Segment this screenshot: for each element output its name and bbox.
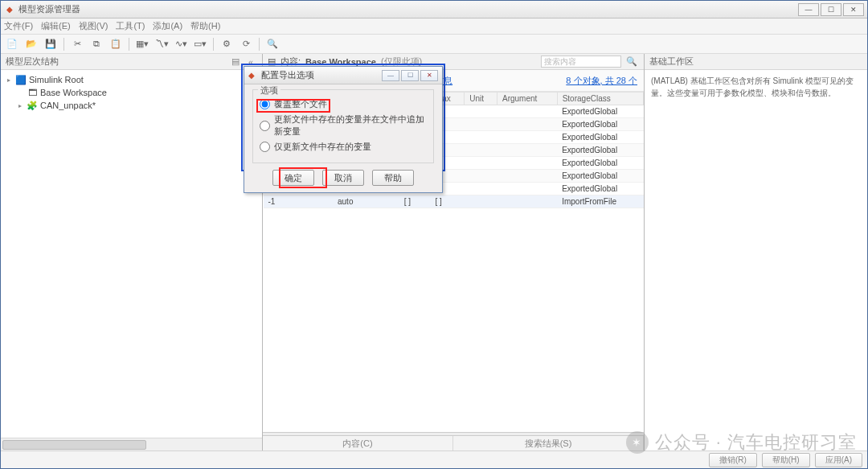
col-storageclass[interactable]: StorageClass — [557, 93, 643, 105]
tab-contents[interactable]: 内容(C) — [263, 436, 453, 450]
object-count[interactable]: 8 个对象, 共 28 个 — [566, 75, 637, 87]
options-group-label: 选项 — [258, 84, 280, 97]
tree-root-label: Simulink Root — [29, 75, 84, 84]
cancel-button[interactable]: 取消 — [322, 170, 364, 186]
search-placeholder: 搜索内容 — [544, 57, 576, 66]
new-icon[interactable]: 📄 — [4, 37, 20, 51]
dialog-titlebar: ◆ 配置导出选项 — ☐ ✕ — [244, 67, 442, 84]
window-title: 模型资源管理器 — [18, 3, 796, 15]
dialog-title: 配置导出选项 — [261, 69, 380, 81]
menu-help[interactable]: 帮助(H) — [190, 20, 220, 32]
tab-search-results[interactable]: 搜索结果(S) — [453, 436, 644, 450]
model-tree[interactable]: ▸ 🟦 Simulink Root 🗔 Base Workspace ▸ 🧩 C… — [1, 70, 262, 438]
content-value: Base Workspace — [305, 57, 376, 67]
menu-tools[interactable]: 工具(T) — [116, 20, 145, 32]
minimize-button[interactable]: — — [798, 3, 819, 16]
signal-icon[interactable]: ∿▾ — [173, 37, 189, 51]
menu-view[interactable]: 视图(V) — [79, 20, 108, 32]
right-pane-header: 基础工作区 — [645, 54, 867, 70]
app-icon: ◆ — [4, 4, 15, 15]
radio-overwrite-label: 覆盖整个文件 — [274, 98, 327, 110]
col-unit[interactable]: Unit — [465, 93, 497, 105]
left-pane-header: 模型层次结构 ▤ « — [1, 54, 262, 70]
radio-update-append-input[interactable] — [260, 121, 270, 131]
dlg-help-button[interactable]: 帮助 — [372, 170, 414, 186]
export-dialog: ◆ 配置导出选项 — ☐ ✕ 选项 覆盖整个文件 更新文件中存在的变量并在文件中… — [244, 66, 443, 193]
left-hscroll[interactable] — [1, 438, 262, 450]
content-search[interactable]: 搜索内容 — [541, 56, 621, 68]
radio-update-append-label: 更新文件中存在的变量并在文件中追加新变量 — [274, 113, 427, 138]
radio-update-only[interactable]: 仅更新文件中存在的变量 — [260, 141, 427, 153]
dialog-icon: ◆ — [248, 71, 258, 80]
tree-root[interactable]: ▸ 🟦 Simulink Root — [4, 73, 259, 86]
dialog-min-button[interactable]: — — [382, 70, 399, 81]
titlebar: ◆ 模型资源管理器 — ☐ ✕ — [1, 1, 867, 19]
workspace-icon: 🗔 — [27, 88, 38, 97]
tree-model[interactable]: ▸ 🧩 CAN_unpack* — [4, 99, 259, 112]
menu-file[interactable]: 文件(F) — [4, 20, 33, 32]
close-button[interactable]: ✕ — [843, 3, 864, 16]
filter-icon[interactable]: ▤ — [229, 56, 242, 68]
statusbar: 撤销(R) 帮助(H) 应用(A) — [1, 450, 867, 468]
copy-icon[interactable]: ⧉ — [88, 37, 104, 51]
right-pane-desc: (MATLAB) 基础工作区包含对所有 Simulink 模型可见的变量。这些变… — [645, 70, 867, 450]
block-icon[interactable]: ▭▾ — [192, 37, 208, 51]
refresh-icon[interactable]: ⟳ — [238, 37, 254, 51]
radio-update-only-label: 仅更新文件中存在的变量 — [274, 141, 371, 153]
tree-base-ws[interactable]: 🗔 Base Workspace — [4, 86, 259, 99]
menu-edit[interactable]: 编辑(E) — [41, 20, 71, 32]
simulink-icon: 🟦 — [15, 75, 27, 84]
chart-icon[interactable]: 〽▾ — [154, 37, 170, 51]
dialog-max-button[interactable]: ☐ — [401, 70, 419, 81]
toolbar: 📄 📂 💾 ✂ ⧉ 📋 ▦▾ 〽▾ ∿▾ ▭▾ ⚙ ⟳ 🔍 — [1, 35, 867, 54]
search-go-icon[interactable]: 🔍 — [626, 56, 639, 67]
search-icon[interactable]: 🔍 — [264, 37, 280, 51]
model-icon: 🧩 — [27, 101, 38, 110]
undo-button[interactable]: 撤销(R) — [709, 453, 757, 467]
apply-button[interactable]: 应用(A) — [815, 453, 862, 467]
paste-icon[interactable]: 📋 — [108, 37, 124, 51]
grid-icon[interactable]: ▦▾ — [134, 37, 150, 51]
col-argument[interactable]: Argument — [497, 93, 557, 105]
save-icon[interactable]: 💾 — [43, 37, 59, 51]
radio-update-append[interactable]: 更新文件中存在的变量并在文件中追加新变量 — [260, 113, 427, 138]
radio-overwrite[interactable]: 覆盖整个文件 — [260, 98, 427, 110]
menu-add[interactable]: 添加(A) — [153, 20, 182, 32]
gear-icon[interactable]: ⚙ — [219, 37, 235, 51]
tree-model-label: CAN_unpack* — [40, 101, 96, 110]
table-row[interactable]: -1auto[ ][ ]ImportFromFile — [264, 195, 644, 208]
radio-overwrite-input[interactable] — [260, 99, 270, 109]
maximize-button[interactable]: ☐ — [821, 3, 841, 16]
open-icon[interactable]: 📂 — [23, 37, 39, 51]
help-button[interactable]: 帮助(H) — [762, 453, 810, 467]
radio-update-only-input[interactable] — [260, 142, 270, 152]
ok-button[interactable]: 确定 — [272, 170, 314, 186]
menubar: 文件(F) 编辑(E) 视图(V) 工具(T) 添加(A) 帮助(H) — [1, 19, 867, 35]
cut-icon[interactable]: ✂ — [69, 37, 85, 51]
right-pane-title: 基础工作区 — [649, 56, 694, 68]
dialog-close-button[interactable]: ✕ — [420, 70, 438, 81]
left-pane-title: 模型层次结构 — [6, 56, 59, 68]
tree-ws-label: Base Workspace — [40, 88, 107, 97]
options-group: 选项 覆盖整个文件 更新文件中存在的变量并在文件中追加新变量 仅更新文件中存在的… — [252, 89, 434, 163]
